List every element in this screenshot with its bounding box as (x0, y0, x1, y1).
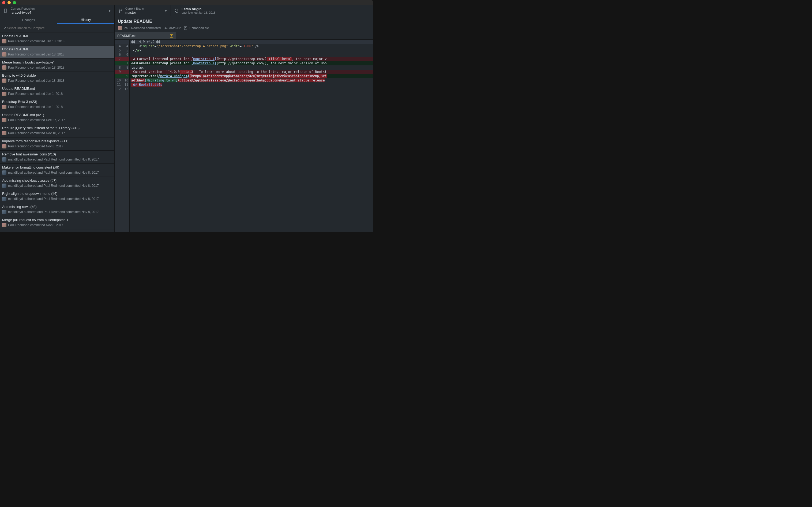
fetch-label: Fetch origin (182, 7, 215, 11)
branch-value: master (125, 10, 145, 15)
branch-switcher[interactable]: Current Branch master ▾ (115, 5, 171, 16)
repo-switcher[interactable]: Current Repository laravel-twbs4 ▾ (0, 5, 115, 16)
file-name: README.md (117, 34, 136, 38)
fetch-value: Last fetched Jan 18, 2018 (182, 11, 215, 14)
commit-item[interactable]: Update READMEPaul Redmond committed Jan … (0, 46, 114, 59)
avatar (2, 65, 6, 70)
main-split: Changes History ⎇ Update READMEPaul Redm… (0, 16, 373, 232)
commit-item-meta: Paul Redmond committed Nov 8, 2017 (2, 144, 112, 149)
commit-item[interactable]: Right align the dropdown menu (#6)mattdf… (0, 190, 114, 203)
commit-item[interactable]: Remove font awesome icons (#10)mattdfloy… (0, 151, 114, 164)
avatar (2, 131, 6, 135)
svg-rect-1 (5, 9, 7, 12)
window-titlebar (0, 0, 373, 5)
changed-text: 1 changed file (189, 26, 209, 30)
commit-item-meta: mattdfloyd authored and Paul Redmond com… (2, 157, 112, 162)
commit-item-meta-text: Paul Redmond committed Jan 1, 2018 (8, 105, 63, 109)
commit-item-meta-text: Paul Redmond committed Jan 1, 2018 (8, 92, 63, 96)
commit-item[interactable]: Bump to v4.0.0 stablePaul Redmond commit… (0, 72, 114, 85)
commit-item-meta: Paul Redmond committed Jan 1, 2018 (2, 92, 112, 96)
commit-item-title: Add missing rows (#8) (2, 205, 112, 209)
commit-item[interactable]: Add missing rows (#8)mattdfloyd authored… (0, 203, 114, 216)
toolbar: Current Repository laravel-twbs4 ▾ Curre… (0, 5, 373, 16)
close-window-button[interactable] (2, 1, 5, 4)
commit-item-title: Bump to v4.0.0 stable (2, 73, 112, 77)
avatar (2, 210, 6, 214)
commit-item-meta-text: mattdfloyd authored and Paul Redmond com… (8, 197, 99, 201)
commit-item[interactable]: Update README.md (#21)Paul Redmond commi… (0, 111, 114, 124)
commit-item[interactable]: Update READMEPaul Redmond committed Jan … (0, 33, 114, 46)
commit-item-title: Update README.md (2, 87, 112, 91)
avatar (2, 118, 6, 122)
minimize-window-button[interactable] (7, 1, 11, 4)
commit-item[interactable]: Add missing checkbox classes (#7)mattdfl… (0, 177, 114, 190)
svg-point-2 (119, 9, 120, 10)
commit-icon (164, 27, 168, 30)
svg-point-4 (121, 9, 122, 10)
commit-item[interactable]: Merge branch 'bootstrap-4-stable'Paul Re… (0, 59, 114, 72)
commit-title: Update README (118, 19, 370, 24)
commit-author-text: Paul Redmond committed (124, 26, 161, 30)
app-window: Current Repository laravel-twbs4 ▾ Curre… (0, 0, 373, 232)
commit-item-title: Update README.md (#21) (2, 113, 112, 117)
avatar (2, 183, 6, 188)
commit-item-meta-text: Paul Redmond committed Dec 27, 2017 (8, 118, 65, 122)
commit-item-meta-text: Paul Redmond committed Nov 8, 2017 (8, 145, 63, 148)
file-list: README.md (115, 32, 373, 40)
fetch-button[interactable]: Fetch origin Last fetched Jan 18, 2018 (171, 5, 373, 16)
commit-item-meta: Paul Redmond committed Nov 10, 2017 (2, 131, 112, 135)
branch-label: Current Branch (125, 7, 145, 10)
compare-input[interactable] (2, 25, 113, 31)
chevron-down-icon: ▾ (109, 9, 111, 13)
commit-item-meta-text: mattdfloyd authored and Paul Redmond com… (8, 171, 99, 174)
commit-item-title: Right align the dropdown menu (#6) (2, 191, 112, 195)
commit-item-meta-text: mattdfloyd authored and Paul Redmond com… (8, 210, 99, 214)
commit-item-title: Update README.md (2, 231, 112, 232)
diff-icon (184, 26, 187, 30)
file-item[interactable]: README.md (115, 32, 176, 39)
commit-item-title: Merge pull request #5 from bullenb/patch… (2, 218, 112, 222)
commit-item-title: Add missing checkbox classes (#7) (2, 178, 112, 182)
sha-text: a6fd262 (169, 26, 181, 30)
commit-item[interactable]: Merge pull request #5 from bullenb/patch… (0, 216, 114, 229)
avatar (2, 39, 6, 43)
sidebar-tabs: Changes History (0, 16, 114, 24)
avatar (2, 105, 6, 109)
svg-point-5 (165, 27, 166, 29)
changed-files[interactable]: 1 changed file (184, 26, 209, 30)
zoom-window-button[interactable] (13, 1, 16, 4)
commit-item-meta-text: Paul Redmond committed Nov 10, 2017 (8, 131, 65, 135)
commit-item-meta: mattdfloyd authored and Paul Redmond com… (2, 170, 112, 175)
commit-item-meta-text: Paul Redmond committed Nov 8, 2017 (8, 223, 63, 227)
commit-item-title: Improve form responsive breakpoints (#11… (2, 139, 112, 143)
commit-item[interactable]: Improve form responsive breakpoints (#11… (0, 137, 114, 151)
commit-item-title: Make error formatting consistent (#9) (2, 165, 112, 169)
branch-icon: ⎇ (3, 26, 6, 30)
repo-value: laravel-twbs4 (11, 10, 35, 15)
commit-item[interactable]: Update README.mdBrendan Bullen committed… (0, 229, 114, 232)
commit-item[interactable]: Bootstrap Beta 3 (#23)Paul Redmond commi… (0, 98, 114, 111)
commit-item-meta: mattdfloyd authored and Paul Redmond com… (2, 183, 112, 188)
commit-list[interactable]: Update READMEPaul Redmond committed Jan … (0, 33, 114, 232)
diff-view[interactable]: 456789101112456789101112@@ -4,9 +4,9 @@ … (115, 40, 373, 232)
repo-icon (4, 9, 8, 13)
commit-item[interactable]: Make error formatting consistent (#9)mat… (0, 164, 114, 177)
avatar (2, 78, 6, 83)
commit-item-title: Merge branch 'bootstrap-4-stable' (2, 60, 112, 64)
modified-icon (170, 34, 173, 38)
commit-author: Paul Redmond committed (118, 26, 161, 30)
avatar (2, 170, 6, 175)
avatar (2, 197, 6, 201)
avatar (2, 157, 6, 162)
commit-item-title: Remove font awesome icons (#10) (2, 152, 112, 156)
commit-item-meta-text: Paul Redmond committed Jan 18, 2018 (8, 53, 65, 56)
tab-changes[interactable]: Changes (0, 16, 57, 24)
commit-item-meta: mattdfloyd authored and Paul Redmond com… (2, 197, 112, 201)
commit-item[interactable]: Require jQuery slim instead of the full … (0, 124, 114, 137)
commit-sha[interactable]: a6fd262 (164, 26, 181, 30)
commit-item[interactable]: Update README.mdPaul Redmond committed J… (0, 85, 114, 98)
commit-item-meta-text: Paul Redmond committed Jan 18, 2018 (8, 66, 65, 69)
tab-history[interactable]: History (57, 16, 114, 24)
window-controls (2, 1, 16, 4)
commit-item-meta-text: mattdfloyd authored and Paul Redmond com… (8, 184, 99, 187)
